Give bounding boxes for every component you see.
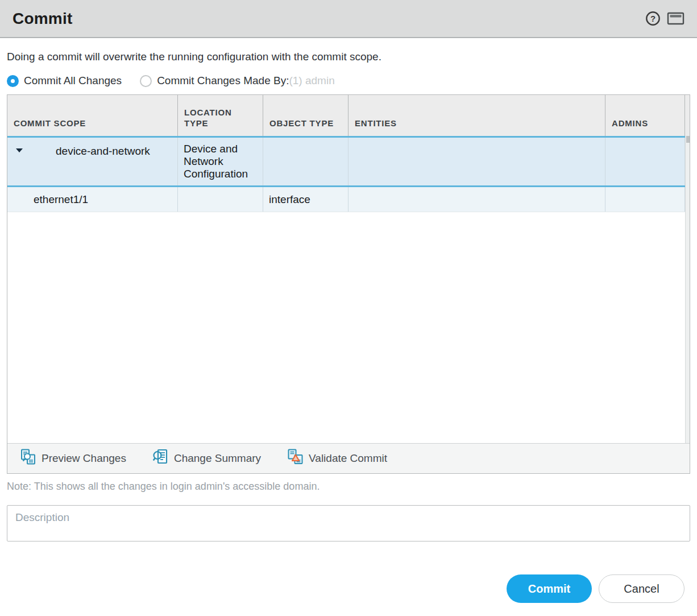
change-summary-button[interactable]: Change Summary xyxy=(152,449,261,468)
radio-made-by-label: Commit Changes Made By: xyxy=(157,75,289,87)
caret-down-icon[interactable] xyxy=(16,148,23,152)
table-row-ethernet1-1[interactable]: ethernet1/1 interface xyxy=(7,187,690,212)
dialog-title: Commit xyxy=(13,10,72,28)
header-commit-scope[interactable]: COMMIT SCOPE xyxy=(7,95,178,136)
table-scrollbar[interactable] xyxy=(685,136,690,443)
cell-commit-scope: device-and-network xyxy=(7,138,178,185)
radio-commit-all-label: Commit All Changes xyxy=(24,75,122,87)
commit-button[interactable]: Commit xyxy=(507,574,592,603)
cell-location-type: Device and Network Configuration xyxy=(178,138,263,185)
cell-location-type xyxy=(178,187,263,212)
table-header-row: COMMIT SCOPE LOCATION TYPE OBJECT TYPE E… xyxy=(7,95,690,136)
radio-selected-icon[interactable] xyxy=(7,75,19,87)
header-admins[interactable]: ADMINS xyxy=(605,95,685,136)
table-scrollbar-thumb[interactable] xyxy=(686,136,690,143)
table-body: device-and-network Device and Network Co… xyxy=(7,136,690,443)
radio-commit-changes-made-by[interactable]: Commit Changes Made By:(1) admin xyxy=(140,75,335,87)
commit-warning-text: Doing a commit will overwrite the runnin… xyxy=(7,50,690,64)
location-type-value: Device and Network Configuration xyxy=(178,143,263,180)
commit-scope-table: COMMIT SCOPE LOCATION TYPE OBJECT TYPE E… xyxy=(7,94,690,474)
cell-admins xyxy=(605,138,685,185)
cell-object-type: interface xyxy=(263,187,348,212)
svg-text:?: ? xyxy=(650,14,655,23)
preview-changes-label: Preview Changes xyxy=(42,452,126,465)
validate-commit-icon xyxy=(287,449,304,468)
radio-commit-all-changes[interactable]: Commit All Changes xyxy=(7,75,122,87)
help-icon[interactable]: ? xyxy=(645,11,661,26)
commit-scope-value: device-and-network xyxy=(56,145,150,158)
preview-changes-button[interactable]: Preview Changes xyxy=(20,449,126,468)
cell-commit-scope: ethernet1/1 xyxy=(7,187,178,212)
preview-changes-icon xyxy=(20,449,36,468)
cell-object-type xyxy=(263,138,348,185)
dialog-titlebar: Commit ? xyxy=(0,0,697,38)
table-row-device-and-network[interactable]: device-and-network Device and Network Co… xyxy=(7,136,690,187)
cell-admins xyxy=(605,187,685,212)
made-by-admin-hint: (1) admin xyxy=(289,75,334,87)
note-text: Note: This shows all the changes in logi… xyxy=(7,480,690,493)
description-container xyxy=(7,505,690,541)
header-scrollbar-gap xyxy=(685,95,690,136)
cell-entities xyxy=(348,138,605,185)
header-entities[interactable]: ENTITIES xyxy=(348,95,605,136)
header-location-type[interactable]: LOCATION TYPE xyxy=(178,95,263,136)
change-summary-label: Change Summary xyxy=(174,452,261,465)
table-footer-toolbar: Preview Changes Change Summary xyxy=(7,443,690,473)
titlebar-icons: ? xyxy=(645,11,684,26)
cancel-button[interactable]: Cancel xyxy=(599,574,684,603)
radio-unselected-icon[interactable] xyxy=(140,75,152,87)
window-icon[interactable] xyxy=(667,11,684,26)
header-object-type[interactable]: OBJECT TYPE xyxy=(263,95,348,136)
validate-commit-button[interactable]: Validate Commit xyxy=(287,449,387,468)
description-input[interactable] xyxy=(7,505,690,541)
object-type-value: interface xyxy=(263,193,310,206)
commit-scope-value: ethernet1/1 xyxy=(7,193,88,206)
validate-commit-label: Validate Commit xyxy=(309,452,387,465)
cell-entities xyxy=(348,187,605,212)
commit-scope-options: Commit All Changes Commit Changes Made B… xyxy=(7,73,690,89)
dialog-footer: Commit Cancel xyxy=(0,574,697,603)
change-summary-icon xyxy=(152,449,169,468)
